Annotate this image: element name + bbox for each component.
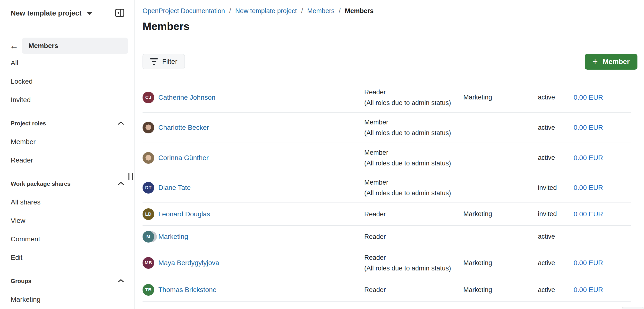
breadcrumb-link-members[interactable]: Members	[307, 7, 335, 14]
member-group: Marketing	[463, 210, 538, 218]
member-row: Charlotte Becker Member (All roles due t…	[142, 113, 631, 143]
member-cost-link[interactable]: 0.00 EUR	[574, 94, 603, 101]
partially-visible-button[interactable]	[622, 307, 644, 309]
member-name-link[interactable]: Leonard Douglas	[158, 210, 210, 218]
project-name: New template project	[11, 9, 82, 17]
sidebar-item-invited[interactable]: Invited	[0, 91, 134, 109]
member-row: M Marketing Reader active	[142, 226, 631, 248]
member-name-link[interactable]: Diane Tate	[158, 184, 191, 192]
member-status: active	[538, 286, 574, 294]
sidebar-item-label: Edit	[11, 254, 22, 262]
sidebar-resize-handle[interactable]	[128, 173, 133, 180]
member-roles: Reader (All roles due to admin status)	[364, 252, 463, 274]
avatar-initials: M	[146, 234, 150, 239]
sidebar-section-label: Project roles	[11, 120, 46, 127]
breadcrumb-separator: /	[339, 7, 341, 14]
member-role-note: (All roles due to admin status)	[364, 158, 463, 169]
member-name-link[interactable]: Corinna Günther	[158, 154, 208, 162]
sidebar-item-label: View	[11, 217, 25, 225]
member-cost-link[interactable]: 0.00 EUR	[574, 154, 603, 162]
sidebar-section-label: Groups	[11, 278, 31, 285]
member-row: LD Leonard Douglas Reader Marketing invi…	[142, 203, 631, 226]
sidebar-section-groups[interactable]: Groups	[0, 272, 134, 290]
chevron-up-icon	[118, 181, 124, 186]
member-cost-link[interactable]: 0.00 EUR	[574, 184, 603, 191]
sidebar-item-reader[interactable]: Reader	[0, 151, 134, 170]
breadcrumb-link-new-template-project[interactable]: New template project	[235, 7, 297, 14]
member-name-link[interactable]: Catherine Johnson	[158, 94, 216, 101]
member-cost-link[interactable]: 0.00 EUR	[574, 259, 603, 267]
member-row: MB Maya Berdygylyjova Reader (All roles …	[142, 248, 631, 278]
member-role-note: (All roles due to admin status)	[364, 97, 463, 108]
member-cost-link[interactable]: 0.00 EUR	[574, 124, 603, 131]
collapse-sidebar-button[interactable]	[114, 8, 125, 18]
sidebar: New template project ← Members AllLocked…	[0, 0, 134, 309]
sidebar-item-comment[interactable]: Comment	[0, 230, 134, 248]
member-name-link[interactable]: Marketing	[158, 233, 188, 241]
avatar: DT	[142, 182, 154, 194]
member-roles: Member (All roles due to admin status)	[364, 117, 463, 138]
filter-icon	[150, 58, 158, 65]
sidebar-item-label: Member	[11, 138, 36, 146]
member-status: active	[538, 124, 574, 131]
sidebar-item-marketing[interactable]: Marketing	[0, 290, 134, 309]
member-name-link[interactable]: Thomas Brickstone	[158, 286, 216, 294]
breadcrumb-link-openproject-documentation[interactable]: OpenProject Documentation	[142, 7, 225, 14]
member-group: Marketing	[463, 286, 538, 294]
sidebar-item-all[interactable]: All	[0, 54, 134, 72]
sidebar-section-project-roles[interactable]: Project roles	[0, 114, 134, 133]
member-role-note: (All roles due to admin status)	[364, 188, 463, 198]
member-name-link[interactable]: Maya Berdygylyjova	[158, 259, 219, 267]
member-cost-link[interactable]: 0.00 EUR	[574, 286, 603, 294]
member-role: Member	[364, 147, 463, 158]
avatar: M	[142, 231, 154, 243]
member-row: Corinna Günther Member (All roles due to…	[142, 143, 631, 173]
page-title: Members	[142, 20, 190, 32]
avatar: CJ	[142, 92, 154, 103]
members-table: CJ Catherine Johnson Reader (All roles d…	[142, 82, 631, 302]
member-role-note: (All roles due to admin status)	[364, 128, 463, 138]
back-button[interactable]: ←	[7, 39, 21, 53]
member-row: DT Diane Tate Member (All roles due to a…	[142, 173, 631, 203]
member-status: active	[538, 259, 574, 267]
sidebar-item-member[interactable]: Member	[0, 133, 134, 151]
breadcrumb-separator: /	[301, 7, 303, 14]
sidebar-item-members-selected[interactable]: Members	[22, 37, 128, 54]
avatar-initials: LD	[145, 212, 152, 217]
sidebar-item-label: All	[11, 59, 18, 67]
avatar: LD	[142, 208, 154, 220]
project-selector[interactable]: New template project	[11, 7, 127, 19]
avatar	[142, 152, 154, 164]
member-role: Reader	[364, 209, 463, 220]
title-divider	[142, 43, 637, 43]
breadcrumb-separator: /	[229, 7, 231, 14]
sidebar-item-locked[interactable]: Locked	[0, 72, 134, 91]
sidebar-item-view[interactable]: View	[0, 212, 134, 230]
filter-button-label: Filter	[162, 58, 177, 65]
sidebar-item-all-shares[interactable]: All shares	[0, 193, 134, 212]
member-cost-link[interactable]: 0.00 EUR	[574, 210, 603, 218]
member-roles: Reader (All roles due to admin status)	[364, 87, 463, 108]
sidebar-item-label: Comment	[11, 235, 40, 243]
member-name-link[interactable]: Charlotte Becker	[158, 124, 209, 131]
sidebar-item-label: All shares	[11, 198, 40, 206]
add-member-button[interactable]: + Member	[585, 54, 638, 70]
back-arrow-icon: ←	[10, 41, 18, 51]
avatar: TB	[142, 284, 154, 296]
chevron-up-icon	[118, 279, 124, 284]
member-roles: Reader	[364, 209, 463, 220]
sidebar-section-work-package-shares[interactable]: Work package shares	[0, 175, 134, 193]
avatar	[142, 122, 154, 133]
member-row: CJ Catherine Johnson Reader (All roles d…	[142, 82, 631, 113]
filter-button[interactable]: Filter	[142, 54, 185, 69]
sidebar-item-label: Invited	[11, 96, 31, 104]
sidebar-item-edit[interactable]: Edit	[0, 248, 134, 267]
sidebar-item-label: Marketing	[11, 296, 40, 304]
member-status: invited	[538, 184, 574, 192]
member-group: Marketing	[463, 259, 538, 267]
chevron-up-icon	[118, 121, 124, 126]
breadcrumb-current: Members	[345, 7, 374, 14]
member-role: Reader	[364, 285, 463, 295]
main-content: OpenProject Documentation / New template…	[134, 0, 644, 309]
member-role: Reader	[364, 87, 463, 97]
